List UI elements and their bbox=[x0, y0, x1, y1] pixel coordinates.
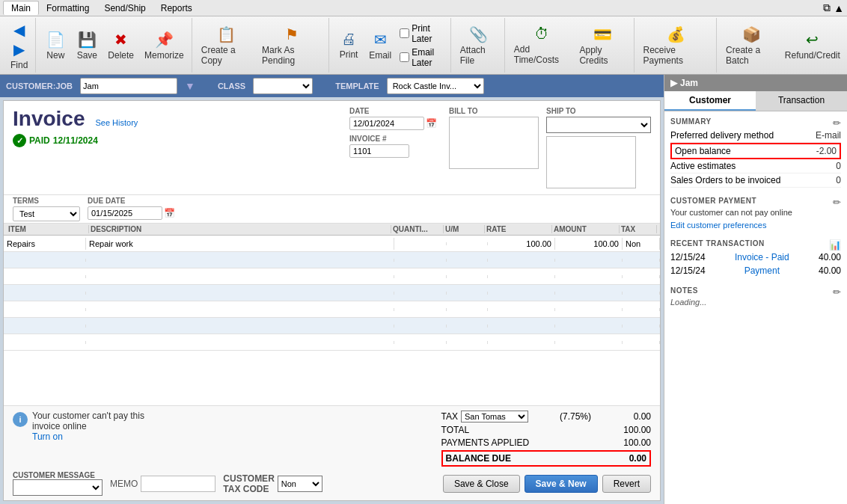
menu-reports[interactable]: Reports bbox=[153, 1, 200, 15]
balance-due-label: BALANCE DUE bbox=[446, 453, 511, 464]
print-email-options: Print Later Email Later bbox=[397, 20, 447, 71]
apply-credits-icon: 💳 bbox=[593, 25, 612, 43]
refund-credit-button[interactable]: ↩ Refund/Credit bbox=[784, 21, 841, 70]
customer-payment-title: CUSTOMER PAYMENT bbox=[670, 197, 756, 205]
customer-tax-code-select[interactable]: Non bbox=[278, 476, 322, 492]
tab-customer[interactable]: Customer bbox=[664, 91, 756, 111]
due-date-input[interactable] bbox=[88, 206, 162, 220]
paid-badge: ✓ PAID 12/11/2024 bbox=[13, 134, 334, 147]
table-scroll[interactable]: Repairs Repair work 100.00 100.00 Non bbox=[4, 236, 660, 351]
active-estimates-row: Active estimates 0 bbox=[670, 159, 841, 173]
balance-due-row: BALANCE DUE 0.00 bbox=[441, 450, 651, 467]
save-new-button[interactable]: Save & New bbox=[525, 475, 598, 493]
active-estimates-value: 0 bbox=[836, 161, 841, 171]
calendar-icon[interactable]: 📅 bbox=[426, 118, 437, 129]
terms-label: TERMS bbox=[13, 197, 80, 205]
ship-to-select[interactable] bbox=[546, 117, 651, 133]
table-row[interactable] bbox=[4, 318, 660, 334]
transaction-icon[interactable]: 📊 bbox=[829, 239, 841, 251]
table-row[interactable] bbox=[4, 268, 660, 285]
apply-credits-button[interactable]: 💳 Apply Credits bbox=[575, 21, 630, 70]
notes-section: NOTES ✏ Loading... bbox=[670, 286, 841, 307]
notes-value: Loading... bbox=[670, 298, 841, 307]
menu-sendship[interactable]: Send/Ship bbox=[97, 1, 153, 15]
row-quantity bbox=[394, 242, 447, 245]
ship-to-textarea[interactable] bbox=[546, 136, 636, 188]
edit-preferences-link[interactable]: Edit customer preferences bbox=[670, 221, 766, 230]
add-time-costs-button[interactable]: ⏱ Add Time/Costs bbox=[510, 21, 574, 70]
memo-label: MEMO bbox=[110, 479, 138, 489]
terms-select[interactable]: Test bbox=[13, 206, 80, 221]
window-close-icon[interactable]: ▲ bbox=[834, 2, 844, 14]
revert-button[interactable]: Revert bbox=[602, 475, 651, 493]
class-select[interactable] bbox=[253, 78, 313, 94]
memo-input[interactable] bbox=[141, 476, 215, 492]
attach-icon: 📎 bbox=[469, 25, 488, 43]
date-input[interactable] bbox=[349, 117, 424, 130]
invoice-num-label: INVOICE # bbox=[349, 135, 437, 143]
memorize-button[interactable]: 📌 Memorize bbox=[140, 21, 189, 70]
notes-title: NOTES bbox=[670, 286, 698, 295]
content-area: CUSTOMER:JOB ▼ CLASS TEMPLATE Rock Castl… bbox=[0, 75, 847, 504]
bill-ship-section: BILL TO SHIP TO bbox=[449, 107, 651, 188]
action-buttons: Save & Close Save & New Revert bbox=[443, 475, 651, 493]
transaction-link-1[interactable]: Payment bbox=[744, 265, 780, 276]
sidebar-tabs: Customer Transaction bbox=[664, 91, 847, 111]
tab-transaction[interactable]: Transaction bbox=[756, 91, 847, 111]
email-icon: ✉ bbox=[374, 31, 387, 49]
attach-file-button[interactable]: 📎 Attach File bbox=[456, 21, 501, 70]
window-restore-icon[interactable]: ⧉ bbox=[823, 1, 831, 14]
table-row[interactable] bbox=[4, 285, 660, 301]
new-button[interactable]: 📄 New bbox=[40, 21, 70, 70]
due-date-calendar-icon[interactable]: 📅 bbox=[164, 208, 175, 218]
email-later-checkbox[interactable] bbox=[400, 52, 409, 62]
transaction-link-0[interactable]: Invoice - Paid bbox=[735, 252, 789, 262]
template-label: TEMPLATE bbox=[335, 82, 379, 90]
print-button[interactable]: 🖨 Print bbox=[334, 21, 364, 70]
template-select[interactable]: Rock Castle Inv... bbox=[387, 78, 484, 94]
see-history-link[interactable]: See History bbox=[95, 118, 138, 127]
col-item: ITEM bbox=[7, 225, 89, 233]
tax-rate: (7.75%) bbox=[531, 411, 591, 422]
invoice-footer: i Your customer can't pay this invoice o… bbox=[4, 405, 660, 500]
email-button[interactable]: ✉ Email bbox=[365, 21, 395, 70]
table-row[interactable] bbox=[4, 301, 660, 318]
customer-message-select[interactable] bbox=[13, 479, 103, 496]
payment-edit-icon[interactable]: ✏ bbox=[833, 197, 841, 208]
line-items: ITEM DESCRIPTION QUANTI... U/M RATE AMOU… bbox=[4, 224, 660, 405]
table-row[interactable] bbox=[4, 334, 660, 351]
payment-notice: Your customer can not pay online bbox=[670, 208, 841, 217]
create-copy-button[interactable]: 📋 Create a Copy bbox=[197, 21, 256, 70]
payments-applied-label: PAYMENTS APPLIED bbox=[441, 437, 530, 448]
receive-payments-button[interactable]: 💰 Receive Payments bbox=[639, 21, 714, 70]
transaction-row-1: 12/15/24 Payment 40.00 bbox=[670, 264, 841, 277]
find-right-icon: ▶ bbox=[13, 40, 25, 58]
turn-on-link[interactable]: Turn on bbox=[32, 431, 63, 442]
print-later-checkbox[interactable] bbox=[400, 28, 409, 38]
terms-section: TERMS Test DUE DATE 📅 bbox=[4, 195, 660, 224]
notes-edit-icon[interactable]: ✏ bbox=[833, 286, 841, 298]
row-description: Repair work bbox=[86, 238, 394, 250]
row-tax: Non bbox=[623, 238, 660, 250]
customer-job-input[interactable] bbox=[80, 78, 177, 94]
sales-orders-label: Sales Orders to be invoiced bbox=[670, 175, 780, 185]
summary-edit-icon[interactable]: ✏ bbox=[833, 117, 841, 129]
menu-formatting[interactable]: Formatting bbox=[39, 1, 97, 15]
tax-select[interactable]: San Tomas bbox=[461, 411, 528, 422]
save-close-button[interactable]: Save & Close bbox=[443, 475, 520, 493]
invoice-num-input[interactable] bbox=[349, 144, 409, 158]
table-row[interactable] bbox=[4, 252, 660, 268]
recent-transaction-section: RECENT TRANSACTION 📊 12/15/24 Invoice - … bbox=[670, 239, 841, 277]
total-row: TOTAL 100.00 bbox=[441, 425, 651, 435]
bill-to-box: BILL TO bbox=[449, 107, 539, 188]
save-button[interactable]: 💾 Save bbox=[72, 21, 102, 70]
menu-main[interactable]: Main bbox=[3, 1, 39, 15]
create-batch-button[interactable]: 📦 Create a Batch bbox=[721, 21, 783, 70]
mark-pending-button[interactable]: ⚑ Mark As Pending bbox=[257, 21, 325, 70]
table-row[interactable]: Repairs Repair work 100.00 100.00 Non bbox=[4, 236, 660, 252]
find-button[interactable]: ◀ ▶ Find bbox=[6, 21, 32, 70]
customer-dropdown-icon[interactable]: ▼ bbox=[185, 80, 195, 92]
tax-code-section: CUSTOMERTAX CODE Non bbox=[223, 473, 322, 494]
delete-button[interactable]: ✖ Delete bbox=[103, 21, 138, 70]
bill-to-textarea[interactable] bbox=[449, 117, 539, 169]
